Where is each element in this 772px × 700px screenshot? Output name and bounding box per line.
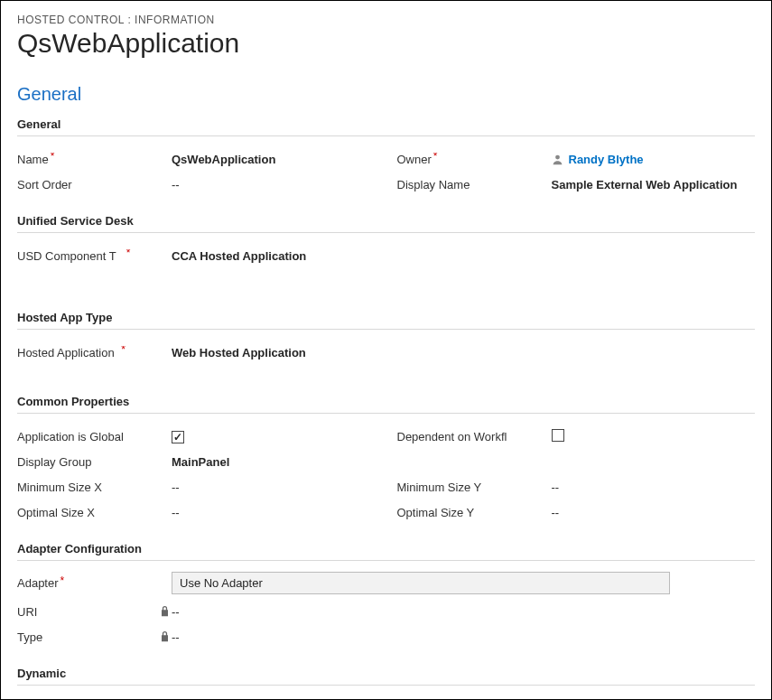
uri-label: URI bbox=[17, 605, 157, 619]
section-common-heading: Common Properties bbox=[17, 395, 755, 414]
field-type: Type -- bbox=[17, 625, 376, 649]
field-app-dynamic[interactable]: Application is Dynami No bbox=[17, 696, 376, 700]
min-x-label: Minimum Size X bbox=[17, 481, 157, 494]
required-asterisk: * bbox=[433, 153, 438, 163]
lock-icon bbox=[160, 605, 170, 618]
field-dep-workflow[interactable]: Dependent on Workfl bbox=[397, 425, 756, 448]
field-app-global[interactable]: Application is Global ✓ bbox=[17, 425, 376, 448]
section-hosted-app-heading: Hosted App Type bbox=[17, 311, 755, 330]
required-asterisk: * bbox=[121, 346, 126, 357]
section-adapter-heading: Adapter Configuration bbox=[17, 542, 755, 561]
field-name[interactable]: Name* QsWebApplication bbox=[17, 147, 376, 171]
min-x-value[interactable]: -- bbox=[172, 479, 376, 496]
field-hosted-application[interactable]: Hosted Application * Web Hosted Applicat… bbox=[17, 341, 376, 364]
opt-x-value[interactable]: -- bbox=[172, 504, 376, 521]
opt-y-value[interactable]: -- bbox=[552, 504, 756, 521]
field-adapter[interactable]: Adapter* Use No Adapter bbox=[17, 572, 755, 594]
section-dynamic-heading: Dynamic bbox=[17, 667, 755, 686]
display-group-label: Display Group bbox=[17, 455, 157, 469]
hosted-app-label: Hosted Application * bbox=[17, 346, 157, 359]
field-sort-order[interactable]: Sort Order -- bbox=[17, 173, 376, 196]
field-min-y[interactable]: Minimum Size Y -- bbox=[397, 475, 756, 499]
min-y-value[interactable]: -- bbox=[552, 479, 756, 496]
field-uri: URI -- bbox=[17, 600, 376, 623]
required-asterisk: * bbox=[51, 153, 55, 163]
uri-value: -- bbox=[172, 603, 376, 621]
name-value[interactable]: QsWebApplication bbox=[172, 151, 376, 168]
field-min-x[interactable]: Minimum Size X -- bbox=[17, 475, 376, 499]
usd-component-value[interactable]: CCA Hosted Application bbox=[172, 247, 376, 265]
usd-component-label: USD Component T * bbox=[17, 249, 157, 263]
owner-link[interactable]: Randy Blythe bbox=[569, 153, 644, 166]
opt-x-label: Optimal Size X bbox=[17, 506, 157, 519]
dep-workflow-label: Dependent on Workfl bbox=[397, 430, 537, 443]
tab-general[interactable]: General bbox=[17, 84, 755, 105]
display-name-label: Display Name bbox=[397, 178, 537, 191]
adapter-label: Adapter* bbox=[17, 576, 157, 590]
dep-workflow-checkbox[interactable] bbox=[552, 429, 564, 442]
field-usd-component[interactable]: USD Component T * CCA Hosted Application bbox=[17, 244, 376, 267]
field-owner[interactable]: Owner* Randy Blythe bbox=[397, 147, 756, 171]
owner-label: Owner* bbox=[397, 153, 537, 166]
section-general-heading: General bbox=[17, 117, 755, 136]
type-label: Type bbox=[17, 630, 157, 644]
field-display-name[interactable]: Display Name Sample External Web Applica… bbox=[397, 173, 756, 196]
field-opt-x[interactable]: Optimal Size X -- bbox=[17, 500, 376, 524]
app-global-checkbox[interactable]: ✓ bbox=[172, 431, 184, 443]
display-name-value[interactable]: Sample External Web Application bbox=[552, 176, 756, 193]
name-label: Name* bbox=[17, 153, 157, 166]
section-usd-heading: Unified Service Desk bbox=[17, 214, 755, 233]
lock-icon bbox=[160, 630, 170, 643]
required-asterisk: * bbox=[126, 249, 131, 260]
display-group-value[interactable]: MainPanel bbox=[172, 453, 376, 471]
page-title: QsWebApplication bbox=[17, 28, 755, 59]
opt-y-label: Optimal Size Y bbox=[397, 506, 537, 519]
adapter-dropdown[interactable]: Use No Adapter bbox=[172, 572, 670, 594]
svg-point-0 bbox=[555, 154, 560, 159]
min-y-label: Minimum Size Y bbox=[397, 481, 537, 494]
sort-order-label: Sort Order bbox=[17, 178, 157, 191]
breadcrumb: HOSTED CONTROL : INFORMATION bbox=[17, 14, 755, 26]
type-value: -- bbox=[172, 629, 376, 646]
person-icon bbox=[552, 154, 563, 165]
required-asterisk: * bbox=[60, 576, 65, 587]
field-opt-y[interactable]: Optimal Size Y -- bbox=[397, 500, 756, 524]
field-display-group[interactable]: Display Group MainPanel bbox=[17, 450, 376, 473]
app-global-label: Application is Global bbox=[17, 430, 157, 443]
hosted-app-value[interactable]: Web Hosted Application bbox=[172, 344, 376, 361]
sort-order-value[interactable]: -- bbox=[172, 176, 376, 193]
